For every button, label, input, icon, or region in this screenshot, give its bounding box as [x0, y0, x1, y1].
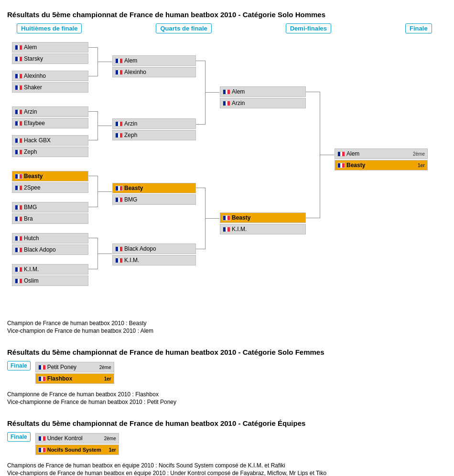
player-alem-h1: Alem	[12, 42, 88, 53]
line-q4-center	[97, 254, 112, 254]
flag-alexinho-h2	[15, 74, 22, 79]
flag-beasty-finale	[337, 163, 345, 168]
flag-underkontrol-e	[38, 436, 46, 441]
player-alem-finale: Alem 2ème	[335, 148, 428, 159]
vice-champion-text1: Vice-champion de France de human beatbox…	[7, 328, 447, 334]
line-q4-right	[196, 249, 205, 249]
player-zeph-h4: Zeph	[12, 147, 88, 157]
player-arzin-d1: Arzin	[220, 98, 306, 108]
player-beasty-finale: Beasty 1er	[335, 160, 428, 170]
player-alem-d1: Alem	[220, 86, 306, 97]
player-alexinho-q1: Alexinho	[112, 67, 196, 77]
player-efaybee-h3: Efaybee	[12, 118, 88, 128]
player-arzin-q2: Arzin	[112, 118, 196, 129]
player-petitponey-f: Petit Poney 2ème	[35, 362, 114, 372]
section-femmes: Finale Petit Poney 2ème Flashbox 1er	[7, 361, 447, 384]
player-beasty-d2: Beasty	[220, 212, 306, 223]
player-beasty-h5: Beasty	[12, 171, 88, 181]
player-underkontrol-e: Under Kontrol 2ème	[35, 433, 119, 444]
flag-arzin-h3	[15, 109, 22, 115]
stage-demi: Demi-finales	[286, 23, 331, 33]
flag-petitponey-f	[38, 365, 46, 370]
match-h5: Beasty 2Spee	[12, 171, 88, 193]
player-kim-q4: K.I.M.	[112, 255, 196, 265]
flag-arzin-d1	[223, 101, 230, 106]
flag-bra-h6	[15, 216, 22, 222]
flag-arzin-q2	[115, 121, 123, 127]
title-femmes: Résultats du 5ème championnat de France …	[7, 348, 447, 356]
match-q3: Beasty BMG	[112, 183, 196, 205]
flag-blackadopo-h7	[15, 247, 22, 253]
player-beasty-q3: Beasty	[112, 183, 196, 193]
champion-text3: Champions de France de human beatbox en …	[7, 462, 447, 469]
line-q2-center	[97, 126, 112, 126]
flag-kim-d2	[223, 227, 230, 232]
line-q2-right	[196, 124, 205, 125]
flag-zeph-q2	[115, 133, 123, 138]
flag-flashbox-f	[38, 376, 46, 381]
flag-bmg-q3	[115, 197, 123, 202]
flag-beasty-q3	[115, 186, 123, 191]
match-q1: Alem Alexinho	[112, 55, 196, 77]
flag-nocifs-e	[38, 447, 46, 453]
title-hommes: Résultats du 5ème championnat de France …	[7, 11, 447, 19]
player-2spee-h5: 2Spee	[12, 182, 88, 193]
player-nocifs-e: Nocifs Sound System 1er	[35, 444, 119, 455]
player-flashbox-f: Flashbox 1er	[35, 373, 114, 384]
title-equipes: Résultats du 5ème championnat de France …	[7, 419, 447, 427]
player-kim-d2: K.I.M.	[220, 224, 306, 234]
player-hackgbx-h4: Hack GBX	[12, 135, 88, 146]
player-oslim-h8: Oslim	[12, 275, 88, 286]
player-arzin-h3: Arzin	[12, 106, 88, 117]
flag-beasty-d2	[223, 215, 230, 221]
flag-blackadopo-q4	[115, 246, 123, 252]
section-equipes: Finale Under Kontrol 2ème Nocifs Sound S…	[7, 432, 447, 455]
match-d1: Alem Arzin	[220, 86, 306, 108]
vice-champion-text3: Vice-champions de France de human beatbo…	[7, 470, 447, 476]
flag-zeph-h4	[15, 149, 22, 155]
line-d2-right	[306, 218, 320, 218]
line-q1-right	[196, 61, 205, 61]
flag-alem-q1	[115, 58, 123, 63]
line-h5-right	[88, 176, 98, 176]
match-h8: K.I.M. Oslim	[12, 264, 88, 286]
flag-alexinho-q1	[115, 70, 123, 75]
line-q3-right	[196, 188, 205, 188]
flag-alem-h1	[15, 45, 22, 50]
player-hutch-h7: Hutch	[12, 233, 88, 243]
line-q3-center	[97, 191, 112, 192]
stage-huitiemes: Huitièmes de finale	[17, 23, 82, 33]
player-blackadopo-q4: Black Adopo	[112, 243, 196, 254]
line-h2-right	[88, 76, 98, 76]
player-alem-q1: Alem	[112, 55, 196, 66]
flag-alem-finale	[337, 151, 345, 157]
stage-quarts: Quarts de finale	[156, 23, 211, 33]
player-shaker-h2: Shaker	[12, 82, 88, 93]
match-h4: Hack GBX Zeph	[12, 135, 88, 157]
match-q4: Black Adopo K.I.M.	[112, 243, 196, 265]
match-d2: Beasty K.I.M.	[220, 212, 306, 234]
flag-hutch-h7	[15, 236, 22, 241]
line-f-center	[320, 155, 334, 155]
flag-starsky-h1	[15, 56, 22, 62]
match-q2: Arzin Zeph	[112, 118, 196, 140]
flag-shaker-h2	[15, 85, 22, 90]
line-h4-right	[88, 140, 98, 140]
flag-hackgbx-h4	[15, 138, 22, 143]
flag-bmg-h6	[15, 205, 22, 210]
flag-beasty-h5	[15, 174, 22, 179]
line-d1-center	[205, 92, 219, 93]
player-bmg-q3: BMG	[112, 194, 196, 205]
line-h3-right	[88, 111, 98, 112]
flag-2spee-h5	[15, 185, 22, 190]
player-bmg-h6: BMG	[12, 202, 88, 212]
line-q1-center	[97, 62, 112, 62]
line-d1-right	[306, 92, 320, 92]
line-h6-right	[88, 207, 98, 207]
vice-champion-text2: Vice-championne de France de human beatb…	[7, 399, 447, 405]
label-finale-femmes: Finale	[7, 361, 31, 370]
flag-kim-q4	[115, 258, 123, 263]
line-h7-right	[88, 238, 98, 238]
line-d2-center	[205, 218, 219, 219]
player-zeph-q2: Zeph	[112, 130, 196, 140]
